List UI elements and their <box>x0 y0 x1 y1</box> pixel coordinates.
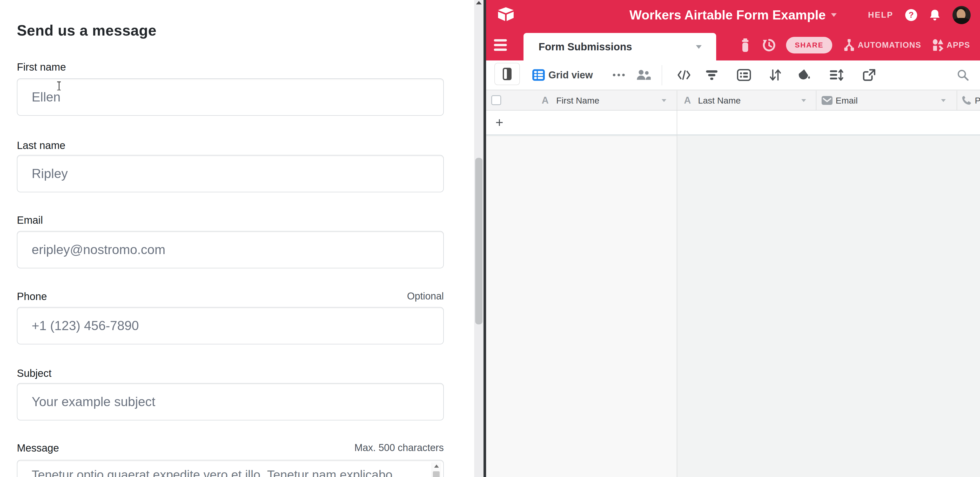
help-question-icon[interactable]: ? <box>905 9 917 21</box>
column-divider[interactable] <box>957 90 957 110</box>
screen: Send us a message First name Ellen Last … <box>0 0 980 477</box>
filter-icon[interactable] <box>706 70 718 81</box>
phone-field-icon <box>961 95 972 106</box>
page-scrollbar-thumb[interactable] <box>475 158 482 325</box>
first-name-label: First name <box>17 61 66 73</box>
color-icon[interactable] <box>798 69 811 81</box>
field-row-phone: Phone Optional <box>17 291 444 303</box>
grid-header-row: A First Name A Last Name Email <box>486 90 980 111</box>
column-header-first-name[interactable]: First Name <box>556 95 599 105</box>
trash-icon[interactable] <box>740 38 751 52</box>
airtable-logo-icon[interactable] <box>498 7 514 22</box>
i-beam-cursor <box>57 81 61 90</box>
text-field-icon: A <box>684 95 691 106</box>
base-title: Workers Airtable Form Example <box>630 8 826 22</box>
subject-placeholder: Your example subject <box>32 394 155 409</box>
form-title: Send us a message <box>17 22 157 39</box>
field-row-subject: Subject <box>17 368 444 380</box>
add-record-row[interactable]: + <box>486 111 980 135</box>
select-all-checkbox[interactable] <box>491 95 501 105</box>
bell-icon[interactable] <box>929 9 940 21</box>
window-separator[interactable] <box>484 0 486 477</box>
phone-placeholder: +1 (123) 456-7890 <box>32 318 139 333</box>
help-button[interactable]: HELP <box>868 10 893 20</box>
chevron-down-icon <box>831 13 837 17</box>
base-title-menu[interactable]: Workers Airtable Form Example <box>630 0 837 30</box>
column-menu-caret-icon[interactable] <box>801 99 806 102</box>
apps-button[interactable]: APPS <box>947 41 970 50</box>
tab-chevron-down-icon[interactable] <box>696 45 702 49</box>
automations-button[interactable]: AUTOMATIONS <box>858 41 921 50</box>
message-placeholder: Tenetur optio quaerat expedite vero et i… <box>32 467 392 477</box>
collaborators-icon[interactable] <box>636 69 651 81</box>
subject-input[interactable]: Your example subject <box>17 383 444 420</box>
last-name-input[interactable]: Ripley <box>17 155 444 192</box>
tab-label: Form Submissions <box>539 41 632 53</box>
column-header-last-name[interactable]: Last Name <box>698 95 741 105</box>
table-tab-bar: Form Submissions <box>486 30 980 60</box>
grid-view-icon <box>532 69 545 81</box>
field-row-email: Email <box>17 214 444 227</box>
email-input[interactable]: eripley@nostromo.com <box>17 231 444 268</box>
page-scrollbar[interactable] <box>474 0 484 477</box>
view-sidebar-toggle-button[interactable] <box>495 63 520 85</box>
phone-input[interactable]: +1 (123) 456-7890 <box>17 307 444 344</box>
message-label: Message <box>17 442 59 454</box>
add-record-plus-icon[interactable]: + <box>495 116 503 129</box>
first-name-input[interactable]: Ellen <box>17 78 444 116</box>
email-field-icon <box>822 96 832 105</box>
avatar[interactable] <box>953 6 970 24</box>
airtable-topbar: Workers Airtable Form Example HELP ? <box>486 0 980 30</box>
hamburger-menu-icon[interactable] <box>494 39 507 51</box>
tab-form-submissions[interactable]: Form Submissions <box>523 33 716 60</box>
textarea-scrollbar-thumb[interactable] <box>433 471 440 477</box>
column-divider[interactable] <box>816 90 816 110</box>
topbar-right-cluster: HELP ? <box>868 0 970 30</box>
column-header-phone[interactable]: Phone <box>975 95 980 105</box>
search-icon[interactable] <box>957 69 969 81</box>
phone-label: Phone <box>17 291 47 302</box>
field-row-first-name: First name <box>17 61 444 74</box>
share-view-icon[interactable] <box>862 69 876 81</box>
contact-form-pane: Send us a message First name Ellen Last … <box>0 0 474 477</box>
group-icon[interactable] <box>737 69 751 81</box>
ellipsis-icon[interactable] <box>613 74 625 76</box>
message-maxlength-note: Max. 500 characters <box>355 442 444 453</box>
toolbar-divider <box>662 65 662 86</box>
last-name-placeholder: Ripley <box>32 166 68 181</box>
row-height-icon[interactable] <box>829 69 843 81</box>
sort-icon[interactable] <box>769 69 782 81</box>
grid-empty-area-primary <box>486 136 677 477</box>
last-name-label: Last name <box>17 139 65 151</box>
column-menu-caret-icon[interactable] <box>662 99 666 102</box>
airtable-pane: Workers Airtable Form Example HELP ? <box>486 0 980 477</box>
subject-label: Subject <box>17 368 51 379</box>
column-divider[interactable] <box>677 90 677 110</box>
automations-icon[interactable] <box>844 38 854 52</box>
apps-icon[interactable] <box>932 39 944 52</box>
email-label: Email <box>17 214 43 226</box>
primary-column-divider <box>677 111 677 477</box>
scrollbar-up-arrow-icon[interactable] <box>476 1 482 5</box>
share-button-label: SHARE <box>795 41 824 49</box>
hide-fields-icon[interactable] <box>677 69 691 81</box>
field-row-message: Message Max. 500 characters <box>17 442 444 455</box>
field-row-last-name: Last name <box>17 139 444 152</box>
first-name-placeholder: Ellen <box>32 90 60 105</box>
grid-empty-area <box>677 136 980 477</box>
view-toolbar: Grid view <box>486 60 980 90</box>
share-button[interactable]: SHARE <box>786 37 832 54</box>
text-field-icon: A <box>542 95 549 106</box>
column-menu-caret-icon[interactable] <box>941 99 946 102</box>
history-icon[interactable] <box>763 38 776 52</box>
column-header-email[interactable]: Email <box>835 95 858 105</box>
tabbar-actions: SHARE AUTOMATIONS <box>740 30 970 60</box>
textarea-scrollbar[interactable] <box>431 463 441 477</box>
sidebar-panel-icon <box>503 68 512 80</box>
message-textarea[interactable]: Tenetur optio quaerat expedite vero et i… <box>17 460 444 477</box>
scroll-up-arrow-icon[interactable] <box>434 464 439 467</box>
view-name-button[interactable]: Grid view <box>549 70 593 81</box>
phone-optional-note: Optional <box>407 291 444 302</box>
email-placeholder: eripley@nostromo.com <box>32 242 165 257</box>
